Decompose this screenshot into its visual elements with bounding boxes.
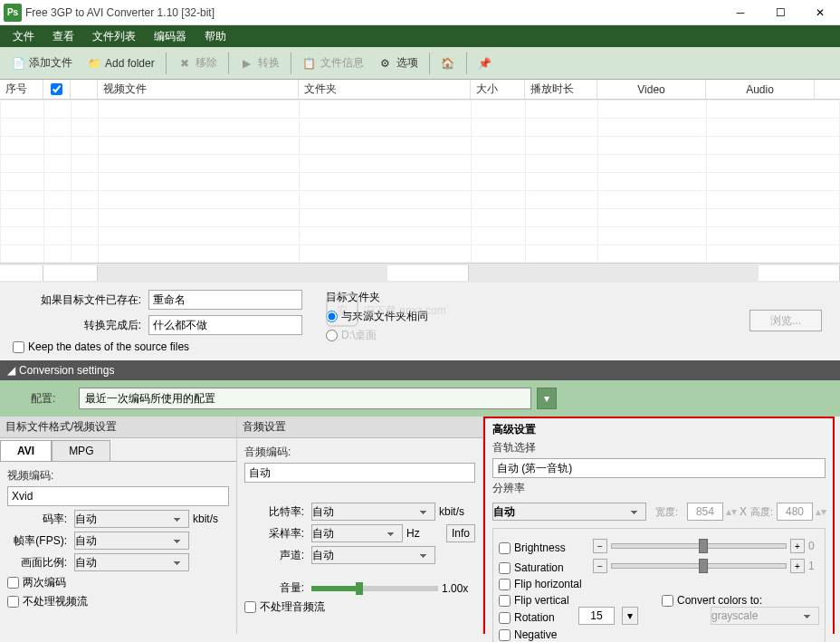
no-audio-checkbox[interactable]: 不处理音频流 [244,599,475,615]
th-checkbox[interactable] [43,80,71,99]
th-video[interactable]: Video [597,80,706,99]
video-settings-title: 目标文件格式/视频设置 [0,417,236,438]
sample-select[interactable]: 自动 [311,524,403,542]
minimize-button[interactable]: ─ [721,0,760,25]
home-button[interactable]: 🏠 [434,53,463,74]
saturation-minus[interactable]: − [593,559,607,573]
app-icon: Ps [4,4,22,22]
two-pass-checkbox[interactable]: 两次编码 [7,575,229,590]
th-blank [71,80,98,99]
channels-select[interactable]: 自动 [311,546,435,564]
pin-button[interactable]: 📌 [471,53,500,74]
maximize-button[interactable]: ☐ [760,0,800,25]
after-label: 转换完成后: [13,318,148,333]
add-folder-button[interactable]: 📁 Add folder [80,53,162,74]
file-info-button[interactable]: 📋 文件信息 [295,52,371,74]
menu-encoder[interactable]: 编码器 [145,25,196,48]
same-as-source-radio[interactable]: 与来源文件夹相同 [326,309,428,324]
close-button[interactable]: ✕ [800,0,840,25]
rotation-input[interactable] [578,607,615,625]
saturation-slider[interactable] [611,563,787,569]
th-folder[interactable]: 文件夹 [299,80,471,99]
advanced-title: 高级设置 [492,422,826,437]
audio-bitrate-select[interactable]: 自动 [311,503,435,521]
flip-h-checkbox[interactable]: Flip horizontal [499,578,819,590]
convert-button[interactable]: ▶ 转换 [233,52,287,74]
add-folder-icon: 📁 [87,56,101,71]
fps-select[interactable]: 自动 [74,532,189,550]
brightness-minus[interactable]: − [593,539,607,553]
gear-icon: ⚙ [378,56,393,71]
add-file-button[interactable]: 📄 添加文件 [4,52,80,74]
desktop-path-radio[interactable]: D:\桌面 [326,328,428,343]
spinner-icon[interactable]: ▴▾ [816,503,826,521]
colorspace-select[interactable]: grayscale [711,607,819,625]
select-all-checkbox[interactable] [51,83,62,95]
convert-colors-checkbox[interactable]: Convert colors to: [662,594,762,607]
dest-label: 目标文件夹 [326,290,428,305]
aspect-label: 画面比例: [7,555,71,570]
th-index[interactable]: 序号 [0,80,43,99]
browse-button[interactable]: 浏览... [749,310,822,331]
menu-help[interactable]: 帮助 [196,25,235,48]
file-table[interactable] [0,100,840,263]
aspect-select[interactable]: 自动 [74,553,189,571]
same-as-source-input[interactable] [326,311,338,322]
profile-dropdown-button[interactable]: ▾ [537,388,557,409]
menu-file[interactable]: 文件 [4,25,43,48]
info-button[interactable]: Info [446,524,475,542]
rotation-checkbox[interactable]: Rotation [499,611,571,624]
no-video-checkbox[interactable]: 不处理视频流 [7,594,229,609]
separator [291,53,291,74]
conversion-settings-header[interactable]: ◢ Conversion settings [0,360,840,380]
th-size[interactable]: 大小 [471,80,525,99]
after-select[interactable]: 什么都不做 [148,315,302,335]
brightness-slider[interactable] [611,543,787,549]
video-encoding-select[interactable]: Xvid [7,486,229,506]
th-duration[interactable]: 播放时长 [525,80,597,99]
resolution-select[interactable]: 自动 [492,503,646,521]
spinner-icon[interactable]: ▴▾ [727,503,736,521]
menu-view[interactable]: 查看 [43,25,83,48]
fps-label: 帧率(FPS): [7,533,71,549]
convert-label: 转换 [258,55,280,71]
th-video-file[interactable]: 视频文件 [98,80,299,99]
add-file-icon: 📄 [11,56,25,71]
remove-icon: ✖ [177,56,192,71]
profile-row: 配置: 最近一次编码所使用的配置 ▾ [0,380,840,417]
brightness-checkbox[interactable]: Brightness [499,541,589,554]
saturation-plus[interactable]: + [790,559,805,573]
table-header: 序号 视频文件 文件夹 大小 播放时长 Video Audio [0,80,840,100]
if-exists-label: 如果目标文件已存在: [13,292,148,308]
channels-label: 声道: [244,548,308,563]
profile-select[interactable]: 最近一次编码所使用的配置 [79,388,531,409]
separator [228,53,229,74]
sample-label: 采样率: [244,526,308,541]
status-row [0,263,840,283]
brightness-value: 0 [808,540,819,552]
saturation-checkbox[interactable]: Saturation [499,561,589,574]
separator [466,53,467,74]
options-button[interactable]: ⚙ 选项 [371,52,425,74]
tab-avi[interactable]: AVI [0,440,52,461]
audio-encoding-select[interactable]: 自动 [244,463,475,483]
remove-button[interactable]: ✖ 移除 [170,52,224,74]
menu-filelist[interactable]: 文件列表 [83,25,145,48]
bitrate-label: 码率: [7,512,71,527]
volume-slider[interactable] [311,586,438,591]
negative-checkbox[interactable]: Negative [499,628,819,641]
volume-label: 音量: [244,580,308,596]
th-audio[interactable]: Audio [706,80,815,99]
if-exists-select[interactable]: 重命名 [148,290,302,310]
rotation-dropdown[interactable]: ▾ [622,607,638,625]
tab-mpg[interactable]: MPG [52,440,110,461]
desktop-path-input[interactable] [326,330,338,341]
pin-icon: 📌 [478,56,492,71]
brightness-plus[interactable]: + [790,539,805,553]
sample-unit: Hz [406,527,443,540]
bitrate-select[interactable]: 自动 [74,510,189,528]
flip-v-checkbox[interactable]: Flip vertical [499,594,644,607]
track-select[interactable]: 自动 (第一音轨) [492,458,826,478]
width-input[interactable] [687,503,723,521]
height-input[interactable] [777,503,813,521]
